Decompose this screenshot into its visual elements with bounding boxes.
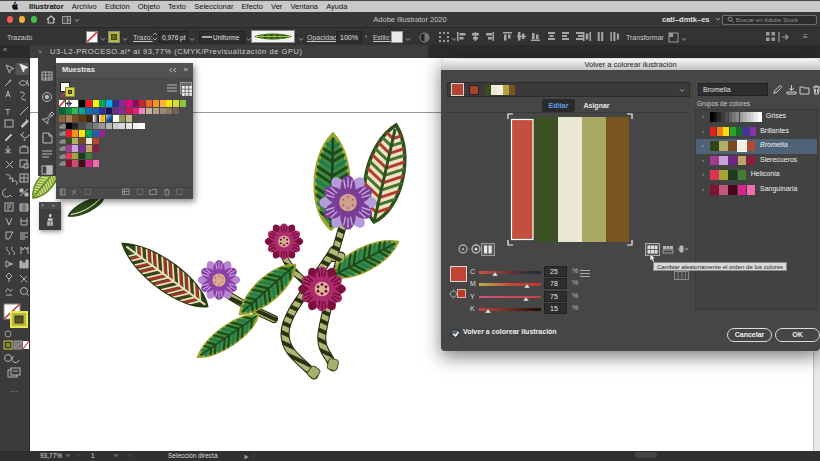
svg-text:T: T [5,107,11,117]
svg-text:…: … [10,385,18,394]
